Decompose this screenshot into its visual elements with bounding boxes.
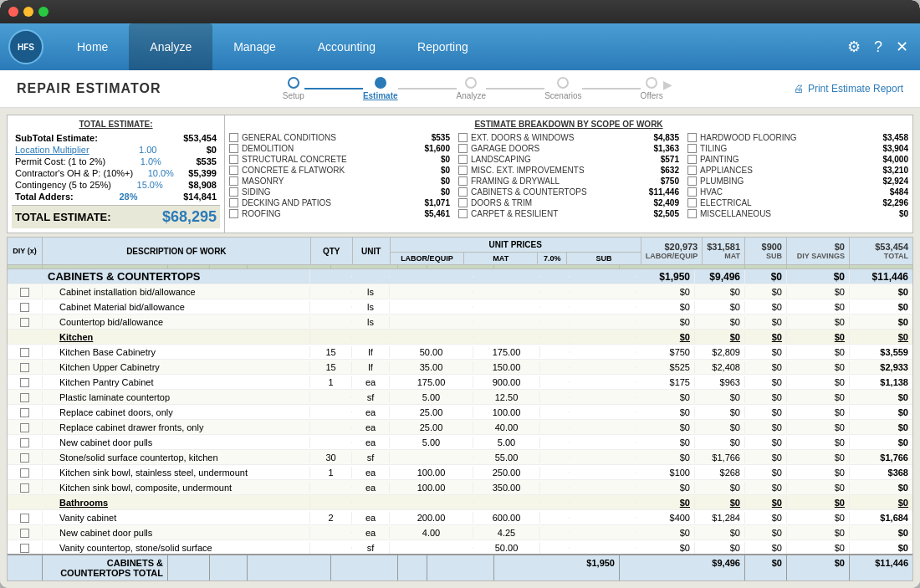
cb-0[interactable] <box>229 133 238 142</box>
r1-checkbox[interactable] <box>20 288 29 297</box>
minimize-button[interactable] <box>23 7 33 17</box>
r18-total: $0 <box>850 542 912 554</box>
breakdown-item-7: LANDSCAPING$571 <box>458 154 679 165</box>
r7-checkbox[interactable] <box>20 378 29 387</box>
r13-checkbox[interactable] <box>20 468 29 478</box>
cb-21[interactable] <box>229 209 238 218</box>
table-row: Cabinet installation bid/allowance ls $0… <box>8 284 912 299</box>
r3-checkbox[interactable] <box>20 318 29 327</box>
r13-diy[interactable] <box>8 466 43 478</box>
r17-mat: 4.25 <box>473 527 540 539</box>
nav-analyze[interactable]: Analyze <box>129 23 212 70</box>
r17-diy[interactable] <box>8 526 43 539</box>
cb-22[interactable] <box>458 209 468 218</box>
r2-mat <box>473 306 540 308</box>
location-multiplier-label[interactable]: Location Multiplier <box>15 145 89 155</box>
breakdown-grid: GENERAL CONDITIONS$535 DEMOLITION$1,600 … <box>229 132 908 219</box>
sk-laboreq: $0 <box>636 331 695 343</box>
r6-checkbox[interactable] <box>20 363 29 372</box>
cb-15[interactable] <box>229 187 238 197</box>
permit-row: Permit Cost: (1 to 2%) 1.0% $535 <box>12 156 220 167</box>
r10-desc: Replace cabinet drawer fronts, only <box>43 422 310 433</box>
r3-diy[interactable] <box>8 315 43 328</box>
r12-checkbox[interactable] <box>20 453 29 463</box>
cb-13[interactable] <box>458 176 468 186</box>
cb-19[interactable] <box>458 198 468 207</box>
r5-tax <box>540 351 570 353</box>
r10-diy[interactable] <box>8 421 43 433</box>
r18-sub <box>570 547 636 549</box>
r8-checkbox[interactable] <box>20 393 29 402</box>
r14-mat: 350.00 <box>473 482 540 493</box>
r17-desc: New cabinet door pulls <box>43 527 310 539</box>
cb-2[interactable] <box>687 133 697 142</box>
r9-diy[interactable] <box>8 406 43 418</box>
sb-sub3: $0 <box>745 497 787 509</box>
r18-diy[interactable] <box>8 541 43 554</box>
print-button[interactable]: 🖨 Print Estimate Report <box>794 83 903 95</box>
totals-labor-val: $20,973 <box>646 242 698 252</box>
r2-checkbox[interactable] <box>20 303 29 312</box>
cb-1[interactable] <box>458 133 468 142</box>
nav-accounting[interactable]: Accounting <box>297 23 396 70</box>
r11-checkbox[interactable] <box>20 438 29 447</box>
nav-reporting[interactable]: Reporting <box>396 23 489 70</box>
r11-diy[interactable] <box>8 436 43 448</box>
r5-sub3: $0 <box>745 346 787 358</box>
cb-5[interactable] <box>687 144 697 153</box>
r7-diy[interactable] <box>8 376 43 388</box>
step-scenarios-wrapper: Scenarios <box>544 77 640 100</box>
r14-diy[interactable] <box>8 481 43 493</box>
sk-desc: Kitchen <box>43 331 310 343</box>
cb-11[interactable] <box>687 166 697 175</box>
cb-17[interactable] <box>687 187 697 197</box>
footer-sub <box>427 555 494 580</box>
maximize-button[interactable] <box>38 7 49 17</box>
close-button[interactable] <box>8 7 18 17</box>
r5-checkbox[interactable] <box>20 348 29 357</box>
cb-10[interactable] <box>458 166 468 175</box>
r1-diy[interactable] <box>8 285 43 298</box>
cb-3[interactable] <box>229 144 238 153</box>
r5-diy[interactable] <box>8 345 43 358</box>
nav-logo[interactable]: HFS <box>8 29 43 64</box>
nav-home[interactable]: Home <box>56 23 129 70</box>
cb-7[interactable] <box>458 155 468 164</box>
cb-23[interactable] <box>687 209 697 218</box>
nav-manage[interactable]: Manage <box>212 23 297 70</box>
r14-checkbox[interactable] <box>20 483 29 493</box>
r17-sub <box>570 532 636 534</box>
cb-16[interactable] <box>458 187 468 197</box>
r6-diy[interactable] <box>8 360 43 373</box>
r1-total: $0 <box>850 286 912 298</box>
r9-checkbox[interactable] <box>20 408 29 417</box>
cb-18[interactable] <box>229 198 238 207</box>
step-estimate-circle <box>375 77 386 89</box>
r8-diy[interactable] <box>8 391 43 403</box>
r10-checkbox[interactable] <box>20 423 29 432</box>
cb-12[interactable] <box>229 176 238 186</box>
cb-4[interactable] <box>458 144 468 153</box>
r16-diy[interactable] <box>8 511 43 524</box>
r3-total: $0 <box>850 316 912 328</box>
r12-diy[interactable] <box>8 451 43 463</box>
r16-checkbox[interactable] <box>20 514 29 523</box>
table-row: Kitchen Base Cabinetry 15 lf 50.00 175.0… <box>8 345 912 360</box>
help-icon[interactable]: ? <box>871 35 886 59</box>
breakdown-item-13: FRAMING & DRYWALL$750 <box>458 176 679 187</box>
r17-checkbox[interactable] <box>20 529 29 538</box>
cb-20[interactable] <box>687 198 697 207</box>
cb-14[interactable] <box>687 176 697 186</box>
cb-8[interactable] <box>687 155 697 164</box>
cb-9[interactable] <box>229 166 238 175</box>
footer-mat2: $9,496 <box>620 555 745 580</box>
sk-mat2: $0 <box>695 331 745 343</box>
r10-unit: ea <box>352 422 390 433</box>
r2-diy[interactable] <box>8 300 43 313</box>
r10-tax <box>540 427 570 428</box>
r18-checkbox[interactable] <box>20 544 29 553</box>
close-icon[interactable]: ✕ <box>892 34 912 59</box>
cb-6[interactable] <box>229 155 238 164</box>
r7-labor: 175.00 <box>390 376 473 388</box>
gear-icon[interactable]: ⚙ <box>844 34 864 59</box>
